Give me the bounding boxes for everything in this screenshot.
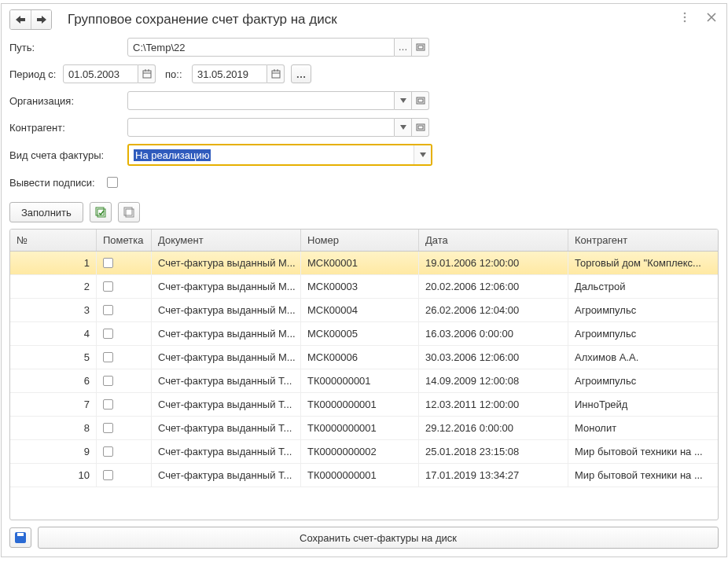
- table-row[interactable]: 4Счет-фактура выданный М...МСК0000516.03…: [10, 322, 718, 346]
- cell-mark[interactable]: [97, 346, 152, 369]
- cell-contr: Дальстрой: [568, 275, 718, 298]
- cell-mark[interactable]: [97, 464, 152, 487]
- forward-button[interactable]: [31, 10, 51, 29]
- org-dropdown-icon[interactable]: [395, 91, 412, 110]
- counterparty-dropdown-icon[interactable]: [395, 118, 412, 137]
- table-row[interactable]: 5Счет-фактура выданный М...МСК0000630.03…: [10, 346, 718, 369]
- cell-date: 17.01.2019 13:34:27: [419, 464, 568, 487]
- table-row[interactable]: 9Счет-фактура выданный Т...ТК00000000022…: [10, 440, 718, 464]
- invoice-type-row: Вид счета фактуры: На реализацию: [9, 144, 719, 166]
- window-actions: [678, 10, 719, 24]
- cell-date: 20.02.2006 12:06:00: [419, 275, 568, 298]
- period-to-label: по::: [165, 68, 187, 80]
- cell-num: МСК00006: [301, 346, 419, 369]
- header-date[interactable]: Дата: [419, 230, 568, 251]
- cell-date: 25.01.2018 23:15:08: [419, 440, 568, 463]
- header-no[interactable]: №: [10, 230, 97, 251]
- table-row[interactable]: 6Счет-фактура выданный Т...ТК00000000114…: [10, 369, 718, 393]
- invoice-type-input[interactable]: На реализацию: [129, 145, 414, 164]
- row-checkbox[interactable]: [103, 470, 113, 480]
- table-row[interactable]: 2Счет-фактура выданный М...МСК0000320.02…: [10, 275, 718, 299]
- cell-contr: Агроимпульс: [568, 322, 718, 345]
- table-body: 1Счет-фактура выданный М...МСК0000119.01…: [10, 252, 718, 520]
- header-contr[interactable]: Контрагент: [568, 230, 718, 251]
- back-button[interactable]: [10, 10, 31, 29]
- row-checkbox[interactable]: [103, 423, 113, 433]
- row-checkbox[interactable]: [103, 352, 113, 362]
- table-row[interactable]: 3Счет-фактура выданный М...МСК0000426.02…: [10, 299, 718, 322]
- cell-mark[interactable]: [97, 417, 152, 439]
- cell-no: 8: [10, 417, 97, 439]
- period-to-input[interactable]: [192, 64, 267, 83]
- org-label: Организация:: [9, 95, 123, 107]
- signatures-row: Вывести подписи:: [9, 172, 719, 193]
- row-checkbox[interactable]: [103, 281, 113, 292]
- cell-mark[interactable]: [97, 322, 152, 345]
- calendar-to-icon[interactable]: [267, 64, 285, 83]
- table-row[interactable]: 1Счет-фактура выданный М...МСК0000119.01…: [10, 252, 718, 275]
- table-row[interactable]: 8Счет-фактура выданный Т...ТК00000000012…: [10, 417, 718, 440]
- cell-mark[interactable]: [97, 252, 152, 274]
- header-mark[interactable]: Пометка: [97, 230, 152, 251]
- invoice-type-dropdown-icon[interactable]: [414, 145, 431, 164]
- row-checkbox[interactable]: [103, 376, 113, 386]
- svg-rect-4: [418, 46, 423, 49]
- invoice-type-field[interactable]: На реализацию: [127, 144, 432, 166]
- org-input[interactable]: [127, 91, 395, 110]
- period-more-button[interactable]: …: [291, 64, 311, 83]
- cell-mark[interactable]: [97, 275, 152, 298]
- cell-mark[interactable]: [97, 369, 152, 392]
- row-checkbox[interactable]: [103, 399, 113, 410]
- save-invoices-button[interactable]: Сохранить счет-фактуры на диск: [38, 527, 719, 549]
- check-all-button[interactable]: [90, 202, 112, 222]
- cell-date: 30.03.2006 12:06:00: [419, 346, 568, 369]
- close-icon[interactable]: [704, 10, 719, 24]
- table-row[interactable]: 10Счет-фактура выданный Т...ТК0000000001…: [10, 464, 718, 487]
- cell-doc: Счет-фактура выданный М...: [152, 252, 301, 274]
- disk-icon: [15, 532, 26, 543]
- cell-contr: Монолит: [568, 417, 718, 439]
- signatures-checkbox[interactable]: [107, 177, 118, 188]
- table-row[interactable]: 7Счет-фактура выданный Т...ТК00000000011…: [10, 393, 718, 417]
- header-doc[interactable]: Документ: [152, 230, 301, 251]
- svg-point-0: [684, 13, 686, 15]
- cell-no: 7: [10, 393, 97, 416]
- row-checkbox[interactable]: [103, 446, 113, 457]
- cell-no: 9: [10, 440, 97, 463]
- svg-point-2: [684, 20, 686, 23]
- cell-doc: Счет-фактура выданный М...: [152, 322, 301, 345]
- period-from-input[interactable]: [63, 64, 138, 83]
- cell-date: 26.02.2006 12:04:00: [419, 299, 568, 321]
- table-header: № Пометка Документ Номер Дата Контрагент: [10, 230, 718, 252]
- path-input[interactable]: [127, 38, 395, 57]
- cell-doc: Счет-фактура выданный Т...: [152, 369, 301, 392]
- calendar-from-icon[interactable]: [138, 64, 156, 83]
- org-row: Организация:: [9, 90, 719, 111]
- header-num[interactable]: Номер: [301, 230, 419, 251]
- org-open-icon[interactable]: [412, 91, 429, 110]
- cell-date: 16.03.2006 0:00:00: [419, 322, 568, 345]
- cell-num: МСК00004: [301, 299, 419, 321]
- cell-mark[interactable]: [97, 393, 152, 416]
- counterparty-open-icon[interactable]: [412, 118, 429, 137]
- counterparty-input[interactable]: [127, 118, 395, 137]
- cell-no: 3: [10, 299, 97, 321]
- invoice-table: № Пометка Документ Номер Дата Контрагент…: [9, 229, 719, 520]
- cell-no: 4: [10, 322, 97, 345]
- fill-button[interactable]: Заполнить: [9, 202, 83, 222]
- cell-num: ТК0000000002: [301, 440, 419, 463]
- period-from-label: Период с:: [9, 68, 58, 80]
- cell-no: 6: [10, 369, 97, 392]
- row-checkbox[interactable]: [103, 329, 113, 339]
- row-checkbox[interactable]: [103, 258, 113, 268]
- more-icon[interactable]: [678, 10, 692, 24]
- cell-num: МСК00005: [301, 322, 419, 345]
- path-browse-button[interactable]: [412, 38, 429, 57]
- row-checkbox[interactable]: [103, 305, 113, 315]
- cell-mark[interactable]: [97, 440, 152, 463]
- save-disk-button[interactable]: [9, 527, 31, 548]
- cell-mark[interactable]: [97, 299, 152, 321]
- cell-contr: Мир бытовой техники на ...: [568, 440, 718, 463]
- path-ellipsis-button[interactable]: …: [395, 38, 412, 57]
- uncheck-all-button[interactable]: [118, 202, 140, 222]
